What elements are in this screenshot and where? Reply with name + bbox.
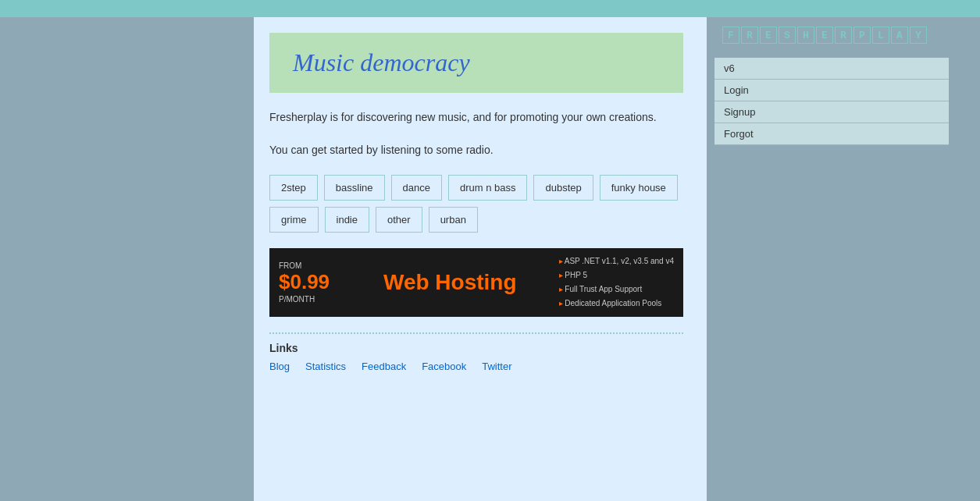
- genre-tag-grime[interactable]: grime: [269, 207, 319, 233]
- logo-text: FRESHERPLAY: [715, 17, 949, 50]
- links-title: Links: [269, 342, 683, 354]
- top-bar: [0, 0, 980, 17]
- genre-tag-bassline[interactable]: bassline: [324, 175, 385, 201]
- page-wrapper: Music democracy Fresherplay is for disco…: [0, 17, 980, 501]
- genre-tag-drum-n-bass[interactable]: drum n bass: [448, 175, 528, 201]
- description-line2: You can get started by listening to some…: [269, 141, 683, 158]
- footer-link-twitter[interactable]: Twitter: [482, 361, 511, 372]
- links-section: Links BlogStatisticsFeedbackFacebookTwit…: [269, 332, 683, 372]
- genre-tag-dubstep[interactable]: dubstep: [533, 175, 593, 201]
- ad-left: FROM $0.99 P/MONTH: [279, 261, 341, 304]
- genre-tag-funky-house[interactable]: funky house: [600, 175, 678, 201]
- logo-letter: P: [853, 27, 871, 44]
- description-line1: Fresherplay is for discovering new music…: [269, 108, 683, 126]
- footer-link-facebook[interactable]: Facebook: [422, 361, 466, 372]
- ad-price: $0.99: [279, 270, 341, 294]
- ad-feature: Dedicated Application Pools: [559, 297, 675, 311]
- genre-tag-dance[interactable]: dance: [391, 175, 442, 201]
- ad-banner: FROM $0.99 P/MONTH Web Hosting ASP .NET …: [269, 248, 683, 317]
- genre-tag-2step[interactable]: 2step: [269, 175, 318, 201]
- ad-feature: ASP .NET v1.1, v2, v3.5 and v4: [559, 254, 675, 268]
- logo-letter: F: [722, 27, 739, 44]
- hero-title: Music democracy: [293, 48, 660, 77]
- hero-box: Music democracy: [269, 33, 683, 93]
- logo-letter: R: [835, 27, 852, 44]
- genre-tag-indie[interactable]: indie: [325, 207, 369, 233]
- logo-letter: L: [872, 27, 889, 44]
- logo-letter: E: [760, 27, 777, 44]
- genre-tag-urban[interactable]: urban: [429, 207, 478, 233]
- ad-title[interactable]: Web Hosting: [341, 270, 559, 295]
- nav-item-login[interactable]: Login: [715, 80, 949, 101]
- ad-feature: PHP 5: [559, 268, 675, 282]
- right-panel: FRESHERPLAY v6LoginSignupForgot: [707, 17, 949, 501]
- footer-link-feedback[interactable]: Feedback: [362, 361, 406, 372]
- logo-letter: A: [891, 27, 908, 44]
- nav-links: v6LoginSignupForgot: [715, 58, 949, 145]
- left-panel: [0, 17, 254, 501]
- nav-item-signup[interactable]: Signup: [715, 101, 949, 123]
- footer-link-blog[interactable]: Blog: [269, 361, 290, 372]
- genre-grid: 2stepbasslinedancedrum n bassdubstepfunk…: [269, 175, 683, 233]
- ad-features: ASP .NET v1.1, v2, v3.5 and v4PHP 5Full …: [559, 254, 675, 311]
- logo-letter: S: [779, 27, 796, 44]
- logo-letter: R: [741, 27, 758, 44]
- links-row: BlogStatisticsFeedbackFacebookTwitter: [269, 361, 683, 372]
- nav-item-forgot[interactable]: Forgot: [715, 123, 949, 145]
- logo-letter: Y: [910, 27, 927, 44]
- logo-letter: E: [816, 27, 833, 44]
- ad-pmonth: P/MONTH: [279, 295, 315, 304]
- genre-tag-other[interactable]: other: [376, 207, 422, 233]
- logo-letter: H: [797, 27, 814, 44]
- main-content: Music democracy Fresherplay is for disco…: [254, 17, 707, 501]
- footer-link-statistics[interactable]: Statistics: [305, 361, 346, 372]
- ad-feature: Full Trust App Support: [559, 282, 675, 297]
- ad-from: FROM: [279, 261, 301, 270]
- logo-area: FRESHERPLAY v6LoginSignupForgot: [715, 17, 949, 145]
- nav-item-version[interactable]: v6: [715, 58, 949, 80]
